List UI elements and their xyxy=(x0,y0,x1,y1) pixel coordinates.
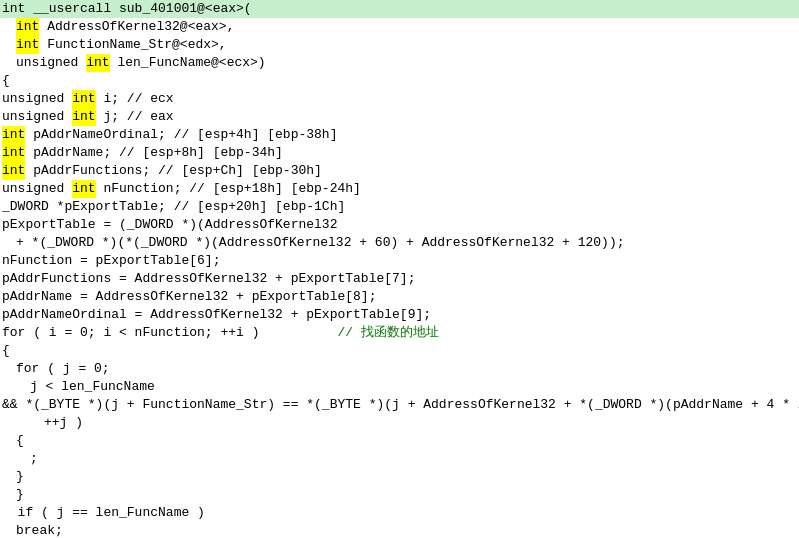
code-token: && *(_BYTE *)(j + FunctionName_Str) == *… xyxy=(2,396,799,414)
code-token: j < len_FuncName xyxy=(30,378,155,396)
code-token: i; // ecx xyxy=(96,90,174,108)
code-line: int pAddrName; // [esp+8h] [ebp-34h] xyxy=(0,144,799,162)
code-token: unsigned xyxy=(2,108,72,126)
code-token: int xyxy=(72,108,95,126)
code-line: for ( i = 0; i < nFunction; ++i ) // 找函数… xyxy=(0,324,799,342)
code-token: nFunction; // [esp+18h] [ebp-24h] xyxy=(96,180,361,198)
code-line: int pAddrFunctions; // [esp+Ch] [ebp-30h… xyxy=(0,162,799,180)
code-token: } xyxy=(16,468,24,486)
code-token: pAddrNameOrdinal = AddressOfKernel32 + p… xyxy=(2,306,431,324)
code-line: _DWORD *pExportTable; // [esp+20h] [ebp-… xyxy=(0,198,799,216)
code-line: unsigned int i; // ecx xyxy=(0,90,799,108)
code-line: unsigned int nFunction; // [esp+18h] [eb… xyxy=(0,180,799,198)
code-line: unsigned int j; // eax xyxy=(0,108,799,126)
code-line: && *(_BYTE *)(j + FunctionName_Str) == *… xyxy=(0,396,799,414)
code-token: pAddrFunctions; // [esp+Ch] [ebp-30h] xyxy=(25,162,321,180)
code-line: int FunctionName_Str@<edx>, xyxy=(0,36,799,54)
code-token: break; xyxy=(16,522,63,538)
code-token: for ( j = 0; xyxy=(16,360,110,378)
code-token: { xyxy=(2,342,10,360)
code-token: ++j ) xyxy=(44,414,83,432)
code-token: j; // eax xyxy=(96,108,174,126)
code-line: j < len_FuncName xyxy=(0,378,799,396)
code-token: if ( j == len_FuncName ) xyxy=(2,504,205,522)
code-token: int xyxy=(72,90,95,108)
code-token: int xyxy=(2,126,25,144)
code-token: FunctionName_Str@<edx>, xyxy=(39,36,226,54)
code-line: ; xyxy=(0,450,799,468)
code-token: for ( i = 0; i < nFunction; ++i ) xyxy=(2,324,337,342)
code-line: nFunction = pExportTable[6]; xyxy=(0,252,799,270)
code-token: // 找函数的地址 xyxy=(337,324,438,342)
code-token: int xyxy=(2,162,25,180)
code-line: ++j ) xyxy=(0,414,799,432)
code-token: int xyxy=(16,18,39,36)
code-line: for ( j = 0; xyxy=(0,360,799,378)
code-line: pAddrNameOrdinal = AddressOfKernel32 + p… xyxy=(0,306,799,324)
code-token: { xyxy=(16,432,24,450)
code-token: unsigned xyxy=(2,180,72,198)
code-token: _DWORD *pExportTable; // [esp+20h] [ebp-… xyxy=(2,198,345,216)
code-token: unsigned xyxy=(2,90,72,108)
code-line: break; xyxy=(0,522,799,538)
code-token: pAddrName; // [esp+8h] [ebp-34h] xyxy=(25,144,282,162)
code-token: pAddrFunctions = AddressOfKernel32 + pEx… xyxy=(2,270,415,288)
header-line: int __usercall sub_401001@<eax>( xyxy=(0,0,799,18)
code-token: int xyxy=(86,54,109,72)
code-line: unsigned int len_FuncName@<ecx>) xyxy=(0,54,799,72)
code-token: pAddrName = AddressOfKernel32 + pExportT… xyxy=(2,288,376,306)
code-line: { xyxy=(0,342,799,360)
code-line: { xyxy=(0,432,799,450)
code-token: { xyxy=(2,72,10,90)
code-line: if ( j == len_FuncName ) xyxy=(0,504,799,522)
code-token: int xyxy=(16,36,39,54)
code-token: + *(_DWORD *)(*(_DWORD *)(AddressOfKerne… xyxy=(16,234,625,252)
code-line: pAddrName = AddressOfKernel32 + pExportT… xyxy=(0,288,799,306)
code-token: ; xyxy=(30,450,38,468)
code-token: } xyxy=(16,486,24,504)
code-token: AddressOfKernel32@<eax>, xyxy=(39,18,234,36)
code-line: + *(_DWORD *)(*(_DWORD *)(AddressOfKerne… xyxy=(0,234,799,252)
code-view: int __usercall sub_401001@<eax>( int Add… xyxy=(0,0,799,538)
header-text: int __usercall sub_401001@<eax>( xyxy=(2,0,252,18)
code-line: { xyxy=(0,72,799,90)
code-token: len_FuncName@<ecx>) xyxy=(110,54,266,72)
code-token: pExportTable = (_DWORD *)(AddressOfKerne… xyxy=(2,216,337,234)
code-token: int xyxy=(2,144,25,162)
code-token: pAddrNameOrdinal; // [esp+4h] [ebp-38h] xyxy=(25,126,337,144)
code-line: int pAddrNameOrdinal; // [esp+4h] [ebp-3… xyxy=(0,126,799,144)
code-token: unsigned xyxy=(16,54,86,72)
code-line: pExportTable = (_DWORD *)(AddressOfKerne… xyxy=(0,216,799,234)
code-token: int xyxy=(72,180,95,198)
code-line: } xyxy=(0,486,799,504)
code-token: nFunction = pExportTable[6]; xyxy=(2,252,220,270)
code-line: int AddressOfKernel32@<eax>, xyxy=(0,18,799,36)
code-line: pAddrFunctions = AddressOfKernel32 + pEx… xyxy=(0,270,799,288)
code-line: } xyxy=(0,468,799,486)
